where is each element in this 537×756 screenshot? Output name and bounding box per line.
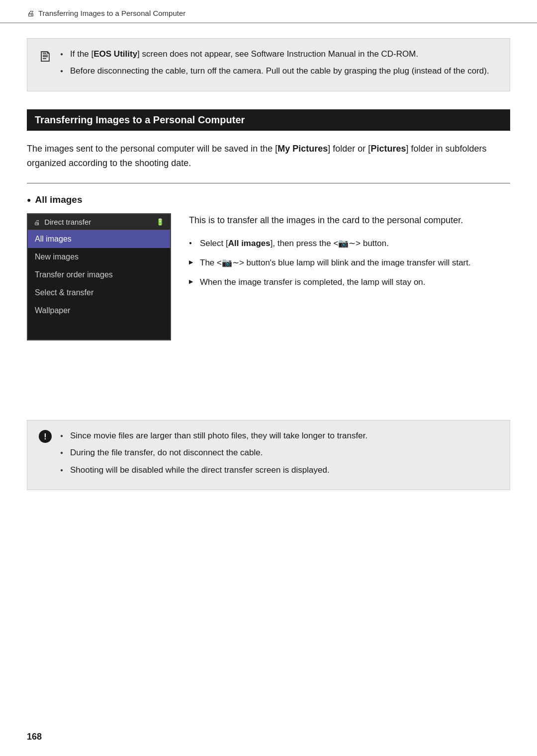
header-transfer-icon: 🖨: [27, 9, 34, 17]
intro-paragraph: The images sent to the personal computer…: [27, 142, 510, 171]
note-top-content: If the [EOS Utility] screen does not app…: [60, 48, 499, 82]
menu-battery-icon: 🔋: [156, 218, 164, 226]
note-box-bottom: ! Since movie files are larger than stil…: [27, 420, 510, 490]
warning-item-2: During the file transfer, do not disconn…: [60, 446, 367, 459]
menu-item-new-images: New images: [28, 248, 170, 266]
menu-item-all-images: All images: [28, 230, 170, 248]
warning-content: Since movie files are larger than still …: [60, 429, 367, 481]
camera-menu-screenshot: 🖨 Direct transfer 🔋 All images New image…: [27, 213, 171, 340]
menu-item-wallpaper: Wallpaper: [28, 302, 170, 320]
note-top-item-2: Before disconnecting the cable, turn off…: [60, 65, 499, 78]
instruction-select: Select [All images], then press the <📷∼>…: [189, 237, 510, 250]
warning-item-1: Since movie files are larger than still …: [60, 429, 367, 442]
right-description-col: This is to transfer all the images in th…: [189, 213, 510, 295]
warning-list: Since movie files are larger than still …: [60, 429, 367, 477]
section-divider: [27, 183, 510, 183]
camera-menu-header: 🖨 Direct transfer 🔋: [28, 214, 170, 230]
header-title: Transferring Images to a Personal Comput…: [38, 9, 185, 17]
warning-item-3: Shooting will be disabled while the dire…: [60, 464, 367, 477]
menu-item-transfer-order: Transfer order images: [28, 266, 170, 284]
warning-svg: !: [38, 429, 52, 443]
transfer-instructions-list: Select [All images], then press the <📷∼>…: [189, 237, 510, 289]
svg-text:!: !: [44, 432, 46, 441]
warning-icon: !: [38, 429, 52, 447]
transfer-intro-text: This is to transfer all the images in th…: [189, 213, 510, 228]
header-bar: 🖨 Transferring Images to a Personal Comp…: [0, 0, 537, 23]
note-top-icon: 🖹: [38, 49, 52, 65]
page-number: 168: [27, 732, 42, 742]
camera-menu-title: 🖨 Direct transfer: [34, 218, 91, 226]
note-box-top: 🖹 If the [EOS Utility] screen does not a…: [27, 38, 510, 91]
menu-item-select-transfer: Select & transfer: [28, 284, 170, 302]
two-column-layout: 🖨 Direct transfer 🔋 All images New image…: [27, 213, 510, 340]
instruction-complete: When the image transfer is completed, th…: [189, 275, 510, 289]
all-images-label: All images: [27, 194, 510, 205]
menu-title-icon: 🖨: [34, 219, 40, 226]
main-content: 🖹 If the [EOS Utility] screen does not a…: [0, 23, 537, 510]
note-top-list: If the [EOS Utility] screen does not app…: [60, 48, 499, 78]
instruction-blink: The <📷∼> button's blue lamp will blink a…: [189, 256, 510, 269]
section-heading: Transferring Images to a Personal Comput…: [27, 109, 510, 131]
note-top-item-1: If the [EOS Utility] screen does not app…: [60, 48, 499, 61]
